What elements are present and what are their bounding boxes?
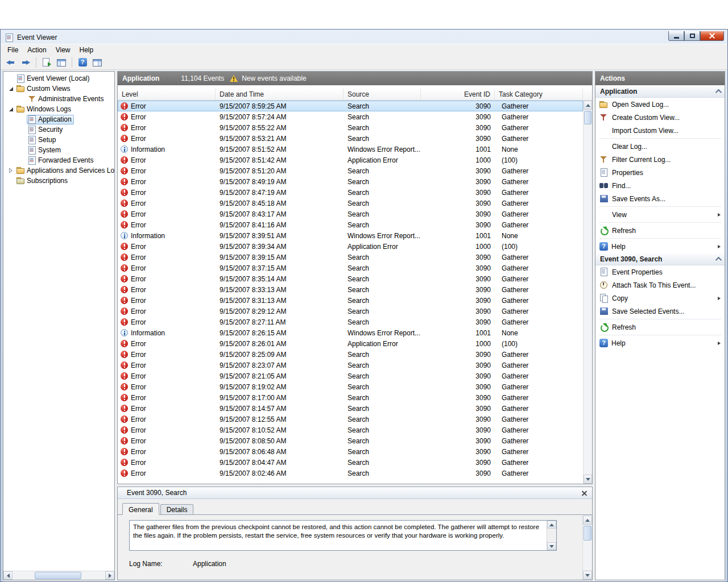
back-button[interactable] bbox=[4, 56, 18, 69]
action-view[interactable]: View bbox=[595, 208, 725, 221]
table-row[interactable]: Error9/15/2007 8:53:21 AMSearch3090Gathe… bbox=[118, 133, 583, 144]
scroll-up-button[interactable] bbox=[584, 101, 592, 110]
action-import-custom-view[interactable]: Import Custom View... bbox=[595, 124, 725, 137]
preview-scrollbar[interactable] bbox=[582, 516, 592, 580]
table-row[interactable]: Error9/15/2007 8:37:15 AMSearch3090Gathe… bbox=[118, 263, 583, 273]
collapse-chevron-icon[interactable] bbox=[715, 257, 722, 263]
column-header-event-id[interactable]: Event ID bbox=[421, 89, 495, 100]
table-row[interactable]: Error9/15/2007 8:31:13 AMSearch3090Gathe… bbox=[118, 295, 583, 306]
table-row[interactable]: Error9/15/2007 8:41:16 AMSearch3090Gathe… bbox=[118, 219, 583, 230]
table-row[interactable]: Error9/15/2007 8:51:20 AMSearch3090Gathe… bbox=[118, 165, 583, 176]
scroll-up-button[interactable] bbox=[547, 521, 556, 529]
tree-item-subscriptions[interactable]: Subscriptions bbox=[3, 176, 114, 186]
scroll-down-button[interactable] bbox=[583, 571, 592, 580]
action-event-properties[interactable]: Event Properties bbox=[595, 265, 725, 278]
collapse-chevron-icon[interactable] bbox=[715, 89, 722, 95]
column-header-date-and-time[interactable]: Date and Time bbox=[216, 89, 344, 100]
section-header-event-3090-search[interactable]: Event 3090, Search bbox=[595, 253, 725, 265]
tree-item-administrative-events[interactable]: Administrative Events bbox=[3, 94, 114, 104]
action-create-custom-view[interactable]: Create Custom View... bbox=[595, 111, 725, 124]
action-refresh[interactable]: Refresh bbox=[595, 321, 725, 334]
tree-horizontal-scrollbar[interactable] bbox=[3, 571, 114, 580]
minimize-button[interactable] bbox=[668, 31, 684, 41]
close-button[interactable] bbox=[700, 31, 724, 41]
menu-view[interactable]: View bbox=[51, 44, 75, 56]
action-attach-task-to-this-event[interactable]: Attach Task To This Event... bbox=[595, 278, 725, 292]
show-hide-action-pane-button[interactable] bbox=[90, 56, 104, 69]
table-row[interactable]: Error9/15/2007 8:45:18 AMSearch3090Gathe… bbox=[118, 198, 583, 209]
table-row[interactable]: Error9/15/2007 8:39:34 AMApplication Err… bbox=[118, 241, 583, 252]
table-row[interactable]: Information9/15/2007 8:26:15 AMWindows E… bbox=[118, 327, 583, 338]
maximize-button[interactable] bbox=[684, 31, 700, 41]
section-header-application[interactable]: Application bbox=[595, 85, 725, 98]
collapse-toggle-icon[interactable] bbox=[7, 104, 15, 114]
expand-toggle-icon[interactable] bbox=[7, 165, 15, 176]
table-row[interactable]: Error9/15/2007 8:02:46 AMSearch3090Gathe… bbox=[118, 468, 583, 479]
scroll-thumb[interactable] bbox=[584, 111, 592, 124]
action-properties[interactable]: Properties bbox=[595, 166, 725, 179]
menu-file[interactable]: File bbox=[3, 44, 23, 56]
table-row[interactable]: Information9/15/2007 8:51:52 AMWindows E… bbox=[118, 144, 583, 155]
tree-item-windows-logs[interactable]: Windows Logs bbox=[3, 104, 114, 114]
action-help[interactable]: Help bbox=[595, 336, 725, 350]
table-row[interactable]: Error9/15/2007 8:39:15 AMSearch3090Gathe… bbox=[118, 252, 583, 263]
scroll-thumb[interactable] bbox=[35, 572, 81, 579]
tab-details[interactable]: Details bbox=[160, 504, 194, 514]
tree-item-setup[interactable]: Setup bbox=[3, 135, 114, 145]
forward-button[interactable] bbox=[19, 56, 32, 69]
action-save-selected-events[interactable]: Save Selected Events... bbox=[595, 305, 725, 318]
tree-item-security[interactable]: Security bbox=[3, 124, 114, 135]
action-refresh[interactable]: Refresh bbox=[595, 224, 725, 237]
tab-general[interactable]: General bbox=[122, 503, 159, 515]
action-help[interactable]: Help bbox=[595, 240, 725, 253]
export-list-button[interactable] bbox=[40, 56, 53, 69]
action-filter-current-log[interactable]: Filter Current Log... bbox=[595, 153, 725, 166]
table-row[interactable]: Information9/15/2007 8:39:51 AMWindows E… bbox=[118, 230, 583, 241]
table-row[interactable]: Error9/15/2007 8:55:22 AMSearch3090Gathe… bbox=[118, 122, 583, 133]
menu-action[interactable]: Action bbox=[23, 44, 51, 56]
tree-item-custom-views[interactable]: Custom Views bbox=[3, 84, 114, 94]
table-row[interactable]: Error9/15/2007 8:49:19 AMSearch3090Gathe… bbox=[118, 176, 583, 187]
tree-item-system[interactable]: System bbox=[3, 145, 114, 155]
table-row[interactable]: Error9/15/2007 8:21:05 AMSearch3090Gathe… bbox=[118, 371, 583, 381]
description-scrollbar[interactable] bbox=[547, 521, 556, 550]
tree-item-applications-and-services-lo[interactable]: Applications and Services Lo bbox=[3, 165, 114, 176]
tree-item-application[interactable]: Application bbox=[3, 114, 114, 124]
column-header-source[interactable]: Source bbox=[344, 89, 421, 100]
column-header-task-category[interactable]: Task Category bbox=[495, 89, 583, 100]
action-copy[interactable]: Copy bbox=[595, 292, 725, 305]
tree-item-event-viewer-local[interactable]: Event Viewer (Local) bbox=[3, 73, 114, 84]
table-row[interactable]: Error9/15/2007 8:27:11 AMSearch3090Gathe… bbox=[118, 317, 583, 327]
table-row[interactable]: Error9/15/2007 8:08:50 AMSearch3090Gathe… bbox=[118, 435, 583, 446]
table-row[interactable]: Error9/15/2007 8:12:55 AMSearch3090Gathe… bbox=[118, 414, 583, 425]
scroll-down-button[interactable] bbox=[547, 542, 556, 550]
event-description-box[interactable]: The gatherer files from the previous che… bbox=[129, 520, 557, 551]
scroll-down-button[interactable] bbox=[584, 475, 592, 484]
help-button[interactable] bbox=[76, 56, 89, 69]
table-row[interactable]: Error9/15/2007 8:06:48 AMSearch3090Gathe… bbox=[118, 446, 583, 457]
collapse-toggle-icon[interactable] bbox=[7, 84, 15, 94]
table-row[interactable]: Error9/15/2007 8:04:47 AMSearch3090Gathe… bbox=[118, 457, 583, 468]
scroll-left-button[interactable] bbox=[3, 571, 13, 580]
action-find[interactable]: Find... bbox=[595, 179, 725, 192]
column-header-level[interactable]: Level bbox=[118, 89, 216, 100]
action-clear-log[interactable]: Clear Log... bbox=[595, 140, 725, 153]
title-bar[interactable]: Event Viewer bbox=[1, 30, 727, 44]
table-row[interactable]: Error9/15/2007 8:33:13 AMSearch3090Gathe… bbox=[118, 284, 583, 295]
action-open-saved-log[interactable]: Open Saved Log... bbox=[595, 98, 725, 111]
show-hide-console-tree-button[interactable] bbox=[55, 56, 68, 69]
scroll-thumb[interactable] bbox=[584, 526, 592, 541]
list-scrollbar[interactable] bbox=[583, 101, 592, 484]
table-row[interactable]: Error9/15/2007 8:19:02 AMSearch3090Gathe… bbox=[118, 381, 583, 392]
table-row[interactable]: Error9/15/2007 8:26:01 AMApplication Err… bbox=[118, 338, 583, 349]
close-preview-icon[interactable] bbox=[581, 490, 588, 496]
table-row[interactable]: Error9/15/2007 8:47:19 AMSearch3090Gathe… bbox=[118, 187, 583, 198]
menu-help[interactable]: Help bbox=[75, 44, 98, 56]
tree-item-forwarded-events[interactable]: Forwarded Events bbox=[3, 155, 114, 165]
table-row[interactable]: Error9/15/2007 8:25:09 AMSearch3090Gathe… bbox=[118, 349, 583, 360]
table-row[interactable]: Error9/15/2007 8:59:25 AMSearch3090Gathe… bbox=[118, 101, 583, 111]
action-save-events-as[interactable]: Save Events As... bbox=[595, 192, 725, 205]
table-row[interactable]: Error9/15/2007 8:14:57 AMSearch3090Gathe… bbox=[118, 403, 583, 414]
scroll-up-button[interactable] bbox=[583, 516, 592, 525]
table-row[interactable]: Error9/15/2007 8:57:24 AMSearch3090Gathe… bbox=[118, 111, 583, 122]
